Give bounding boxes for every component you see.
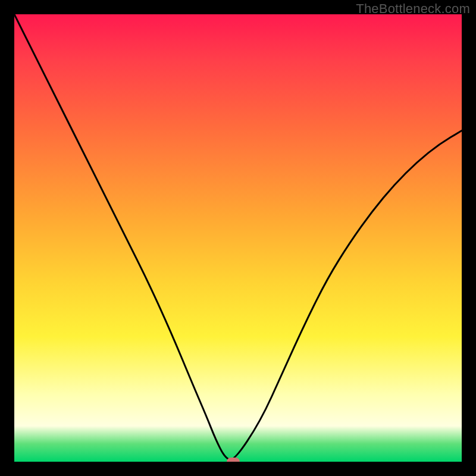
plot-area — [14, 14, 462, 462]
bottleneck-curve — [14, 14, 462, 462]
optimal-point-marker — [227, 458, 240, 462]
chart-frame: TheBottleneck.com — [0, 0, 476, 476]
